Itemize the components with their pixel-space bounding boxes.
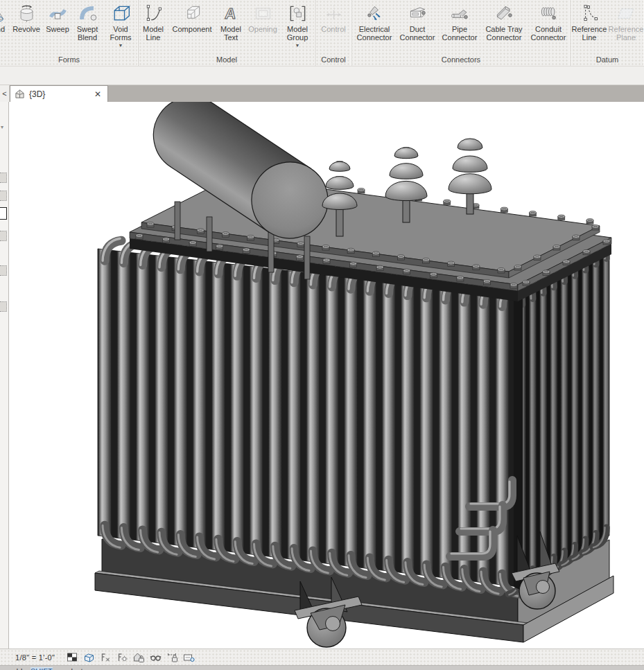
panel-label-connectors: Connectors bbox=[352, 54, 570, 67]
button-label: Conduit Connector bbox=[527, 25, 570, 42]
model-group-icon bbox=[288, 4, 307, 23]
button-label: Pipe Connector bbox=[438, 25, 481, 42]
reference-plane-icon bbox=[617, 4, 636, 23]
ribbon-panel-control: Control Control bbox=[315, 0, 352, 66]
swept-blend-icon bbox=[78, 4, 97, 23]
button-label: Electrical Connector bbox=[352, 25, 397, 42]
button-label: Model Text bbox=[216, 25, 245, 42]
svg-text:A: A bbox=[224, 5, 237, 22]
view-tab-label: {3D} bbox=[29, 89, 45, 99]
control-icon bbox=[324, 4, 343, 23]
swept-blend-button[interactable]: Swept Blend bbox=[71, 3, 103, 54]
reference-plane-button[interactable]: Reference Plane bbox=[608, 3, 644, 54]
pipe-connector-icon bbox=[451, 4, 469, 23]
model-text-icon: A bbox=[222, 4, 241, 23]
sweep-button[interactable]: Sweep bbox=[44, 3, 71, 54]
control-button[interactable]: Control bbox=[315, 3, 351, 54]
tab-close-icon[interactable]: ✕ bbox=[92, 89, 103, 99]
sun-path-icon[interactable] bbox=[100, 652, 112, 663]
view-control-bar: 1/8" = 1'-0" bbox=[0, 649, 644, 665]
void-forms-icon bbox=[112, 4, 130, 23]
cable-tray-connector-button[interactable]: Cable Tray Connector bbox=[481, 3, 527, 54]
model-text-button[interactable]: A Model Text bbox=[216, 3, 245, 54]
blend-icon bbox=[0, 4, 5, 23]
void-forms-button[interactable]: Void Forms ▼ bbox=[103, 3, 138, 54]
button-label: Cable Tray Connector bbox=[481, 25, 527, 42]
detail-level-icon[interactable] bbox=[67, 652, 78, 663]
clipped-browser-item bbox=[0, 265, 7, 276]
model-group-button[interactable]: Model Group ▼ bbox=[280, 3, 315, 54]
model-line-icon bbox=[144, 4, 163, 23]
panel-label-datum: Datum bbox=[571, 54, 644, 67]
revolve-icon bbox=[17, 4, 36, 23]
revolve-button[interactable]: Revolve bbox=[9, 3, 44, 54]
button-label: Duct Connector bbox=[397, 25, 438, 42]
drawing-area-row: ▾ bbox=[0, 102, 644, 649]
button-label: Void Forms bbox=[103, 25, 138, 42]
status-hint-strip: adds, SHIFT unselects. bbox=[0, 665, 644, 670]
clipped-browser-item bbox=[0, 231, 7, 241]
button-label: Component bbox=[173, 25, 212, 33]
button-label: Reference Plane bbox=[608, 25, 644, 42]
reference-line-button[interactable]: Reference Line bbox=[571, 3, 608, 54]
electrical-connector-button[interactable]: Electrical Connector bbox=[352, 3, 397, 54]
component-icon bbox=[183, 4, 202, 23]
left-panel-edge[interactable]: ▾ bbox=[0, 102, 9, 649]
status-hint-text: adds, SHIFT unselects. bbox=[10, 667, 89, 670]
reveal-hidden-icon[interactable] bbox=[116, 652, 128, 663]
visual-style-icon[interactable] bbox=[83, 652, 95, 663]
ribbon-panel-connectors: Electrical Connector Duct Connector bbox=[352, 0, 571, 66]
button-label: Model Group bbox=[280, 25, 315, 42]
ribbon-panel-model: Model Line Component A Model Text bbox=[139, 0, 315, 66]
house-3d-icon bbox=[15, 89, 25, 99]
ribbon: Blend Revolve Sweep bbox=[0, 0, 644, 67]
ribbon-panel-forms: Blend Revolve Sweep bbox=[0, 0, 139, 66]
dropdown-arrow-icon[interactable]: ▼ bbox=[295, 43, 300, 48]
clipped-browser-item bbox=[0, 301, 7, 312]
button-label: Opening bbox=[248, 25, 277, 33]
reference-line-icon bbox=[580, 4, 599, 23]
view-scale[interactable]: 1/8" = 1'-0" bbox=[15, 653, 55, 662]
view-tab-3d[interactable]: {3D} ✕ bbox=[10, 85, 108, 102]
button-label: Blend bbox=[0, 25, 5, 33]
bushing-3 bbox=[449, 139, 491, 214]
button-label: Sweep bbox=[46, 25, 69, 33]
dropdown-arrow-icon[interactable]: ▼ bbox=[119, 43, 123, 48]
duct-connector-button[interactable]: Duct Connector bbox=[397, 3, 438, 54]
component-button[interactable]: Component bbox=[168, 3, 216, 54]
tab-scroll-left-button[interactable]: < bbox=[0, 85, 10, 102]
opening-icon bbox=[254, 4, 272, 23]
reveal-constraints-icon[interactable] bbox=[183, 652, 195, 663]
transformer-3d-model bbox=[9, 102, 644, 649]
blend-button[interactable]: Blend bbox=[0, 3, 9, 54]
conduit-connector-icon bbox=[539, 4, 558, 23]
pipe-connector-button[interactable]: Pipe Connector bbox=[438, 3, 481, 54]
ribbon-panel-datum: Reference Line Reference Plane Datum bbox=[571, 0, 644, 66]
duct-connector-icon bbox=[408, 4, 427, 23]
button-label: Revolve bbox=[12, 25, 40, 33]
panel-label-control: Control bbox=[315, 54, 351, 67]
clipped-browser-item bbox=[0, 191, 7, 201]
button-label: Control bbox=[321, 25, 345, 33]
sweep-icon bbox=[49, 4, 67, 23]
temporary-hide-isolate-icon[interactable] bbox=[150, 652, 162, 663]
lock-3d-view-icon[interactable] bbox=[133, 652, 145, 663]
3d-viewport[interactable] bbox=[9, 102, 644, 649]
button-label: Reference Line bbox=[571, 25, 608, 42]
cable-tray-connector-icon bbox=[495, 4, 514, 23]
panel-label-forms: Forms bbox=[0, 54, 138, 67]
options-bar bbox=[0, 67, 644, 85]
revit-family-editor-window: { "ribbon": { "panels": [ {"label": "For… bbox=[0, 0, 644, 670]
view-tab-strip: < {3D} ✕ bbox=[0, 85, 644, 102]
button-label: Model Line bbox=[139, 25, 168, 42]
crop-lock-icon[interactable] bbox=[166, 652, 178, 663]
electrical-connector-icon bbox=[365, 4, 384, 23]
collapsed-panel-arrow-icon: ▾ bbox=[1, 124, 3, 130]
panel-label-model: Model bbox=[139, 54, 315, 67]
clipped-browser-item bbox=[0, 173, 7, 183]
button-label: Swept Blend bbox=[71, 25, 103, 42]
model-line-button[interactable]: Model Line bbox=[139, 3, 168, 54]
conduit-connector-button[interactable]: Conduit Connector bbox=[527, 3, 570, 54]
opening-button[interactable]: Opening bbox=[245, 3, 280, 54]
clipped-browser-item bbox=[0, 207, 7, 220]
